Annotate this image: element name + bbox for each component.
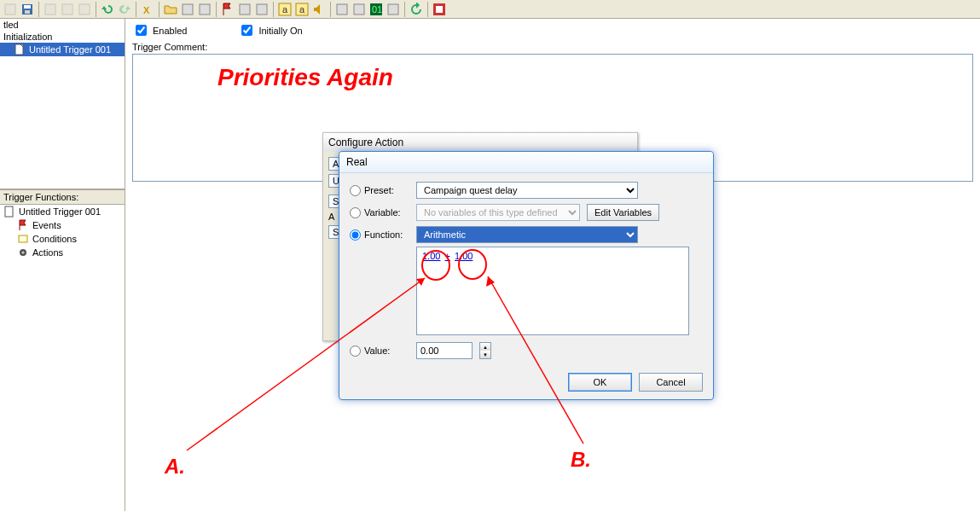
conditions-label: Conditions: [32, 234, 77, 244]
trigger-functions-label: Trigger Functions:: [0, 189, 125, 205]
tree-root[interactable]: tled: [0, 19, 125, 31]
initially-on-checkbox-label[interactable]: Initially On: [238, 22, 302, 38]
svg-rect-9: [200, 4, 210, 15]
gear-icon: [17, 247, 29, 258]
box-icon[interactable]: [385, 1, 402, 18]
svg-rect-24: [5, 206, 13, 217]
ok-button[interactable]: OK: [568, 373, 632, 392]
svg-rect-0: [5, 4, 15, 15]
preset-select[interactable]: Campaign quest delay: [416, 182, 638, 199]
folder-icon[interactable]: [162, 1, 179, 18]
svg-rect-25: [19, 235, 27, 242]
page-icon: [14, 44, 26, 55]
toolbar: Xaa01: [0, 0, 980, 19]
spinner-down[interactable]: ▼: [480, 351, 490, 358]
operand-a-link[interactable]: 1.00: [422, 251, 440, 261]
svg-text:X: X: [143, 5, 150, 15]
enabled-checkbox[interactable]: [136, 25, 147, 36]
operand-b-link[interactable]: 1.00: [455, 251, 473, 261]
copy-icon: [59, 1, 76, 18]
svg-rect-3: [25, 10, 30, 14]
real-dialog: Real Preset: Campaign quest delay Variab…: [339, 151, 714, 400]
svg-text:a: a: [299, 4, 305, 15]
expression-box: 1.00 + 1.00: [416, 247, 689, 335]
flag-icon[interactable]: [219, 1, 236, 18]
svg-rect-4: [45, 4, 55, 15]
function-radio[interactable]: [350, 229, 361, 241]
edit-variables-button[interactable]: Edit Variables: [587, 204, 659, 221]
events-node[interactable]: Events: [0, 218, 125, 232]
operator-link[interactable]: +: [443, 251, 451, 261]
svg-rect-20: [388, 4, 398, 15]
functions-root-label: Untitled Trigger 001: [19, 206, 101, 217]
event-list-icon[interactable]: [236, 1, 253, 18]
preset-radio[interactable]: [350, 185, 361, 196]
initially-on-checkbox[interactable]: [241, 25, 252, 36]
cut-icon: [42, 1, 59, 18]
new-trigger-icon[interactable]: [179, 1, 196, 18]
action-list-icon[interactable]: [253, 1, 270, 18]
camera-icon[interactable]: [351, 1, 368, 18]
actions-label: Actions: [32, 247, 63, 258]
svg-rect-8: [183, 4, 193, 15]
tree-folder[interactable]: Initialization: [0, 31, 125, 43]
value-row: Value: ▲ ▼: [350, 342, 703, 359]
redo-icon: [116, 1, 133, 18]
svg-rect-5: [62, 4, 72, 15]
svg-rect-10: [240, 4, 250, 15]
initially-on-text: Initially On: [258, 26, 302, 36]
page-icon: [3, 206, 15, 218]
trigger-comment-label: Trigger Comment:: [132, 42, 973, 52]
cancel-button[interactable]: Cancel: [639, 373, 703, 392]
svg-rect-11: [257, 4, 267, 15]
variable-radio[interactable]: [350, 207, 361, 218]
functions-root[interactable]: Untitled Trigger 001: [0, 205, 125, 218]
function-row: Function: Arithmetic: [350, 226, 703, 243]
test-map-icon[interactable]: a: [276, 1, 293, 18]
trigger-functions-tree[interactable]: Untitled Trigger 001 Events Conditions A…: [0, 205, 125, 511]
svg-rect-16: [337, 4, 347, 15]
svg-text:01: 01: [372, 4, 382, 15]
owl-icon[interactable]: [333, 1, 351, 18]
actions-node[interactable]: Actions: [0, 246, 125, 259]
value-radio[interactable]: [350, 346, 361, 357]
svg-point-27: [22, 252, 25, 254]
variable-label: Variable:: [364, 207, 401, 218]
exit-icon[interactable]: [431, 1, 448, 18]
svg-rect-2: [24, 5, 31, 9]
trigger-tree[interactable]: tled Initialization Untitled Trigger 001: [0, 19, 125, 189]
preset-label: Preset:: [364, 185, 394, 195]
real-dialog-title[interactable]: Real: [339, 152, 713, 173]
left-column: tled Initialization Untitled Trigger 001…: [0, 19, 125, 511]
value-label: Value:: [364, 346, 390, 356]
new-icon: [2, 1, 19, 18]
paste-icon: [76, 1, 93, 18]
svg-rect-22: [436, 6, 443, 13]
enabled-checkbox-label[interactable]: Enabled: [132, 22, 187, 38]
new-comment-icon[interactable]: [196, 1, 213, 18]
refresh-icon[interactable]: [408, 1, 425, 18]
preset-row: Preset: Campaign quest delay: [350, 182, 703, 199]
undo-icon[interactable]: [99, 1, 116, 18]
value-spinner[interactable]: ▲ ▼: [479, 342, 491, 359]
svg-rect-17: [354, 4, 364, 15]
matrix-icon[interactable]: 01: [368, 1, 385, 18]
save-icon[interactable]: [19, 1, 36, 18]
bold-x-icon[interactable]: X: [139, 1, 156, 18]
svg-text:a: a: [282, 4, 288, 15]
trigger-name-label: Untitled Trigger 001: [29, 44, 111, 55]
tree-trigger-item[interactable]: Untitled Trigger 001: [0, 43, 125, 56]
scroll-icon: [17, 233, 29, 245]
enabled-text: Enabled: [153, 26, 187, 36]
spinner-up[interactable]: ▲: [480, 343, 490, 351]
function-label: Function:: [364, 229, 403, 240]
variable-select: No variables of this type defined: [416, 204, 580, 221]
sound-icon[interactable]: [310, 1, 328, 18]
events-label: Events: [32, 220, 61, 230]
highlight-a-icon[interactable]: a: [293, 1, 310, 18]
conditions-node[interactable]: Conditions: [0, 232, 125, 246]
function-select[interactable]: Arithmetic: [416, 226, 638, 243]
map-label: tled: [3, 20, 19, 30]
flag-icon: [17, 219, 29, 231]
value-input[interactable]: [416, 342, 473, 359]
